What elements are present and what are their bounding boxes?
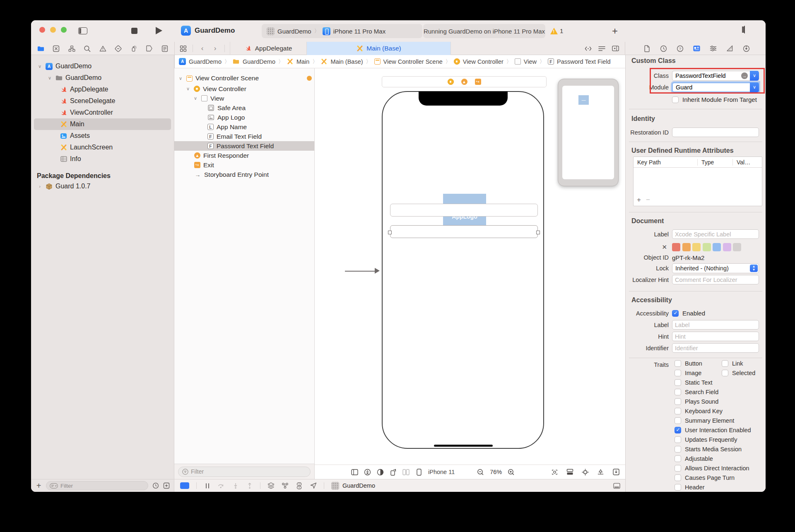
column-value[interactable]: Val…: [733, 159, 762, 166]
trait-checkbox[interactable]: [675, 474, 681, 481]
file-row-main-selected[interactable]: Main: [34, 118, 171, 130]
outline-row-view-controller[interactable]: ∨ View Controller: [174, 84, 314, 94]
password-text-field-selected[interactable]: [390, 225, 538, 238]
color-swatch-red[interactable]: [672, 243, 680, 251]
outline-row-safe-area[interactable]: Safe Area: [174, 103, 314, 113]
storyboard-canvas[interactable]: ▲ ↪ AppLogo —: [315, 68, 625, 465]
source-control-status-button[interactable]: [163, 482, 170, 489]
restoration-id-input[interactable]: [672, 128, 759, 137]
color-swatch-green[interactable]: [703, 243, 711, 251]
storyboard-entry-point-arrow[interactable]: [345, 270, 380, 272]
scheme-target[interactable]: GuardDemo: [277, 28, 311, 35]
split-view-icon[interactable]: [402, 469, 410, 476]
debug-memory-graph-icon[interactable]: [282, 482, 289, 489]
test-navigator-icon[interactable]: [115, 45, 122, 52]
outline-row-scene[interactable]: ∨ View Controller Scene: [174, 72, 314, 84]
minimize-window-button[interactable]: [50, 27, 56, 33]
environment-overrides-icon[interactable]: [296, 482, 303, 489]
trait-checkbox[interactable]: [675, 446, 681, 453]
trait-checkbox[interactable]: [722, 360, 728, 367]
acc-identifier-input[interactable]: [672, 343, 759, 353]
outline-filter-field[interactable]: Filter: [178, 467, 311, 477]
file-row-group[interactable]: ∨ GuardDemo: [31, 72, 174, 84]
attributes-inspector-icon[interactable]: [710, 45, 717, 52]
view-hierarchy-icon[interactable]: [267, 482, 275, 489]
breakpoints-toggle-button[interactable]: [180, 482, 189, 489]
device-name[interactable]: iPhone 11: [428, 469, 455, 475]
toggle-outline-button[interactable]: [351, 469, 358, 476]
acc-label-input[interactable]: [672, 320, 759, 330]
file-row-assets[interactable]: Assets: [31, 130, 174, 142]
disclosure-chevron-icon[interactable]: ∨: [47, 75, 53, 81]
package-row-guard[interactable]: › Guard 1.0.7: [31, 181, 174, 192]
accessibility-enabled-checkbox[interactable]: [672, 310, 679, 317]
outline-row-password-field-selected[interactable]: F Password Text Field: [174, 141, 314, 151]
view-controller-icon[interactable]: [448, 79, 454, 85]
module-dropdown-button[interactable]: ∨: [750, 82, 759, 92]
warning-badge[interactable]: 1: [550, 27, 563, 34]
lock-dropdown[interactable]: Inherited - (Nothing) ▲▼: [672, 263, 759, 273]
disclosure-chevron-icon[interactable]: ∨: [37, 64, 43, 69]
column-type[interactable]: Type: [698, 159, 733, 166]
outline-row-app-logo[interactable]: App Logo: [174, 113, 314, 122]
color-swatch-orange[interactable]: [682, 243, 691, 251]
exit-icon[interactable]: ↪: [475, 79, 481, 85]
trait-checkbox[interactable]: [675, 427, 681, 433]
file-row-scenedelegate[interactable]: SceneDelegate: [31, 95, 174, 107]
class-dropdown-button[interactable]: ∨: [750, 71, 759, 81]
clear-color-button[interactable]: ✕: [626, 243, 672, 251]
file-row-project[interactable]: ∨ A GuardDemo: [31, 60, 174, 72]
trait-checkbox[interactable]: [675, 370, 681, 376]
column-key-path[interactable]: Key Path: [634, 159, 698, 166]
trait-checkbox[interactable]: [675, 436, 681, 443]
zoom-out-button[interactable]: [477, 469, 484, 476]
file-row-info[interactable]: Info: [31, 153, 174, 165]
breadcrumb-item[interactable]: Main: [296, 58, 309, 65]
disclosure-chevron-icon[interactable]: ∨: [193, 96, 198, 101]
trait-checkbox[interactable]: [675, 465, 681, 472]
run-button[interactable]: [154, 25, 164, 36]
runtime-attributes-table[interactable]: Key Path Type Val… + −: [633, 156, 762, 206]
new-tab-button[interactable]: +: [612, 25, 618, 37]
file-row-appdelegate[interactable]: AppDelegate: [31, 84, 174, 95]
remove-attribute-button[interactable]: −: [646, 196, 650, 204]
tab-appdelegate[interactable]: AppDelegate: [230, 42, 307, 55]
update-frames-icon[interactable]: [551, 469, 558, 476]
step-over-icon[interactable]: [218, 482, 225, 489]
disclosure-chevron-icon[interactable]: ∨: [185, 86, 191, 91]
symbol-navigator-icon[interactable]: [68, 45, 75, 52]
close-window-button[interactable]: [39, 27, 45, 33]
file-row-viewcontroller[interactable]: ViewController: [31, 107, 174, 118]
trait-checkbox[interactable]: [675, 389, 681, 395]
step-into-icon[interactable]: [232, 482, 239, 489]
stop-button[interactable]: [129, 25, 140, 36]
toggle-inspector-button[interactable]: [744, 26, 745, 34]
outline-row-view[interactable]: ∨ View: [174, 94, 314, 103]
trait-checkbox[interactable]: [675, 398, 681, 405]
size-inspector-icon[interactable]: [726, 45, 733, 52]
debug-navigator-icon[interactable]: [130, 45, 137, 52]
connections-inspector-icon[interactable]: [743, 45, 750, 52]
breakpoint-navigator-icon[interactable]: [146, 45, 153, 52]
adjust-editor-feedback-icon[interactable]: [612, 469, 619, 476]
trait-checkbox[interactable]: [675, 484, 681, 491]
trait-checkbox[interactable]: [675, 408, 681, 414]
color-swatch-yellow[interactable]: [692, 243, 701, 251]
outline-row-email-field[interactable]: F Email Text Field: [174, 132, 314, 141]
toggle-navigator-button[interactable]: [77, 25, 88, 36]
embed-in-stack-icon[interactable]: [566, 469, 573, 476]
acc-hint-input[interactable]: [672, 332, 759, 341]
outline-row-app-name[interactable]: L App Name: [174, 122, 314, 132]
document-label-input[interactable]: [672, 229, 759, 239]
issue-navigator-icon[interactable]: [99, 45, 106, 52]
breadcrumb-item[interactable]: View Controller Scene: [383, 58, 443, 65]
inherit-module-checkbox[interactable]: [672, 96, 679, 103]
jump-to-class-icon[interactable]: →: [741, 72, 748, 79]
localizer-hint-input[interactable]: [672, 275, 759, 284]
color-swatch-gray[interactable]: [733, 243, 741, 251]
find-navigator-icon[interactable]: [84, 45, 91, 52]
quick-help-inspector-icon[interactable]: ?: [677, 45, 684, 52]
breadcrumb-item[interactable]: View: [524, 58, 537, 65]
identity-inspector-icon[interactable]: [693, 45, 700, 52]
add-file-button[interactable]: +: [35, 482, 42, 489]
